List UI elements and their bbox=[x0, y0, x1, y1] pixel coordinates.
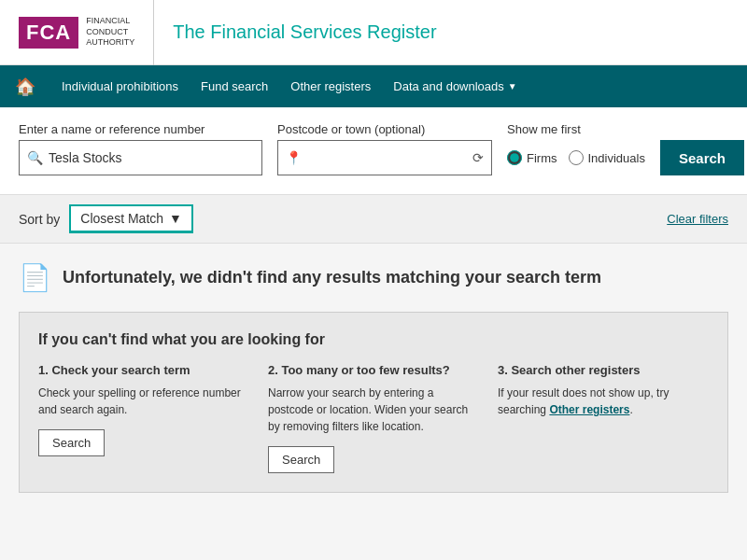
help-col-1-search-button[interactable]: Search bbox=[38, 429, 105, 456]
fca-acronym: FCA bbox=[19, 17, 78, 49]
no-results-icon: 📄 bbox=[19, 262, 51, 293]
location-icon: 📍 bbox=[286, 150, 302, 165]
radio-individuals[interactable]: Individuals bbox=[569, 150, 645, 165]
fca-name-line3: AUTHORITY bbox=[86, 37, 134, 49]
postcode-field-label: Postcode or town (optional) bbox=[277, 122, 492, 136]
postcode-field-group: Postcode or town (optional) 📍 ⟳ bbox=[277, 122, 492, 175]
radio-individuals-input[interactable] bbox=[569, 150, 584, 165]
logo-area: FCA FINANCIAL CONDUCT AUTHORITY bbox=[19, 0, 154, 65]
radio-firms[interactable]: Firms bbox=[507, 150, 557, 165]
help-column-2: 2. Too many or too few results? Narrow y… bbox=[268, 363, 479, 473]
help-box: If you can't find what you are looking f… bbox=[19, 312, 728, 493]
name-input-wrapper: 🔍 bbox=[19, 140, 262, 175]
header: FCA FINANCIAL CONDUCT AUTHORITY The Fina… bbox=[0, 0, 747, 65]
radio-individuals-label: Individuals bbox=[588, 151, 645, 165]
radio-firms-label: Firms bbox=[527, 151, 557, 165]
sort-dropdown[interactable]: Closest Match ▼ bbox=[69, 204, 193, 233]
help-col-2-search-button[interactable]: Search bbox=[268, 446, 334, 473]
main-content: 📄 Unfortunately, we didn't find any resu… bbox=[0, 244, 747, 511]
help-col-2-text: Narrow your search by entering a postcod… bbox=[268, 385, 479, 435]
show-first-group: Show me first Firms Individuals bbox=[507, 122, 645, 175]
help-column-1: 1. Check your search term Check your spe… bbox=[38, 363, 249, 473]
nav-bar: 🏠 Individual prohibitions Fund search Ot… bbox=[0, 65, 747, 107]
name-field-group: Enter a name or reference number 🔍 bbox=[19, 122, 262, 175]
radio-firms-input[interactable] bbox=[507, 150, 522, 165]
chevron-down-icon: ▼ bbox=[508, 81, 517, 91]
help-columns: 1. Check your search term Check your spe… bbox=[38, 363, 709, 473]
nav-item-fund-search[interactable]: Fund search bbox=[190, 65, 279, 107]
help-col-1-text: Check your spelling or reference number … bbox=[38, 385, 249, 418]
nav-item-other-registers[interactable]: Other registers bbox=[279, 65, 382, 107]
no-results-message: Unfortunately, we didn't find any result… bbox=[63, 268, 601, 287]
other-registers-link[interactable]: Other registers bbox=[549, 403, 629, 416]
search-fields: Enter a name or reference number 🔍 Postc… bbox=[19, 122, 728, 175]
fca-name-line2: CONDUCT bbox=[86, 27, 134, 38]
nav-item-individual-prohibitions[interactable]: Individual prohibitions bbox=[50, 65, 190, 107]
sort-bar: Sort by Closest Match ▼ Clear filters bbox=[0, 195, 747, 244]
help-col-3-title: 3. Search other registers bbox=[498, 363, 709, 377]
sort-chevron-icon: ▼ bbox=[169, 211, 182, 226]
fca-logo: FCA FINANCIAL CONDUCT AUTHORITY bbox=[19, 16, 134, 49]
fca-full-name: FINANCIAL CONDUCT AUTHORITY bbox=[86, 16, 134, 49]
sort-selected-value: Closest Match bbox=[80, 211, 163, 226]
sort-left: Sort by Closest Match ▼ bbox=[19, 204, 193, 233]
search-icon: 🔍 bbox=[27, 150, 43, 165]
help-col-2-title: 2. Too many or too few results? bbox=[268, 363, 479, 377]
clear-filters-link[interactable]: Clear filters bbox=[667, 212, 728, 226]
search-area: Enter a name or reference number 🔍 Postc… bbox=[0, 107, 747, 195]
postcode-input-wrapper: 📍 ⟳ bbox=[277, 140, 492, 175]
sort-by-label: Sort by bbox=[19, 212, 60, 227]
fca-name-line1: FINANCIAL bbox=[86, 16, 134, 27]
no-results-section: 📄 Unfortunately, we didn't find any resu… bbox=[19, 262, 728, 293]
search-button[interactable]: Search bbox=[660, 140, 744, 175]
help-column-3: 3. Search other registers If your result… bbox=[498, 363, 709, 473]
name-input[interactable] bbox=[49, 150, 254, 165]
name-field-label: Enter a name or reference number bbox=[19, 122, 262, 136]
help-box-title: If you can't find what you are looking f… bbox=[38, 331, 709, 348]
help-col-1-title: 1. Check your search term bbox=[38, 363, 249, 377]
postcode-input[interactable] bbox=[307, 150, 472, 165]
site-title: The Financial Services Register bbox=[173, 21, 436, 43]
nav-label-data-downloads: Data and downloads bbox=[393, 79, 504, 93]
help-col-3-text-after: . bbox=[629, 403, 632, 416]
gps-icon[interactable]: ⟳ bbox=[472, 150, 484, 165]
show-first-label: Show me first bbox=[507, 122, 645, 136]
nav-item-data-downloads[interactable]: Data and downloads ▼ bbox=[382, 65, 528, 107]
radio-group: Firms Individuals bbox=[507, 140, 645, 175]
help-col-3-text: If your result does not show up, try sea… bbox=[498, 385, 709, 418]
home-icon[interactable]: 🏠 bbox=[15, 77, 35, 97]
